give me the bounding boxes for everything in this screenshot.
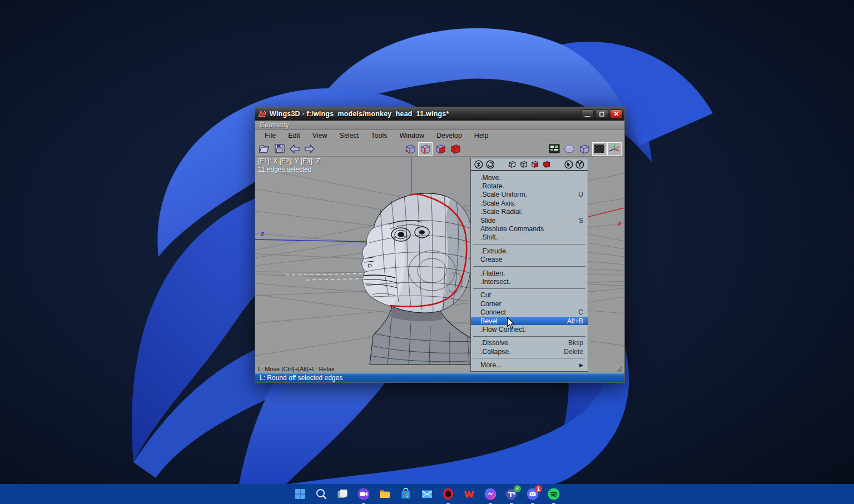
taskbar-file-explorer-icon[interactable] [378, 487, 391, 501]
taskbar-wps-office-icon[interactable] [463, 487, 476, 501]
taskbar-search-icon[interactable] [315, 487, 328, 501]
item-label: Corner [480, 300, 583, 308]
wireframe-preview-button[interactable] [577, 142, 592, 156]
vertex-mode-icon[interactable] [508, 160, 517, 168]
context-item-collapse[interactable]: .Collapse.Delete [471, 347, 588, 356]
taskbar-discord-icon[interactable]: 1 [526, 487, 539, 501]
context-item-flatten[interactable]: .Flatten. [471, 269, 588, 277]
item-shortcut: U [578, 191, 583, 198]
wings3d-window: Wings3D - f:/wings_models/monkey_head_11… [255, 107, 625, 383]
body-select-mode-button[interactable] [448, 142, 463, 156]
edge-select-mode-button[interactable] [418, 142, 433, 156]
back-arrow-button[interactable] [287, 142, 302, 156]
x-axis-label: x [617, 219, 622, 227]
menu-select[interactable]: Select [334, 130, 365, 141]
taskbar-video-chat-icon[interactable] [357, 487, 370, 501]
edge-context-menu: .Move..Rotate..Scale Uniform.U.Scale Axi… [470, 158, 588, 372]
taskbar-start-icon[interactable] [294, 487, 307, 501]
workspace-bar: Geometry [255, 121, 624, 130]
pointer-icon[interactable] [564, 160, 573, 169]
item-label: .Shift. [480, 233, 583, 241]
close-button[interactable]: ✕ [610, 109, 623, 119]
menu-separator [473, 288, 585, 289]
menu-tools[interactable]: Tools [365, 130, 393, 141]
menu-develop[interactable]: Develop [430, 130, 468, 141]
tools-icon[interactable] [575, 160, 584, 169]
forward-arrow-button[interactable] [302, 142, 317, 156]
context-item-slide[interactable]: SlideS [471, 216, 588, 224]
resize-grip-icon[interactable] [617, 366, 623, 372]
context-item-cut[interactable]: Cut [471, 291, 588, 300]
menu-help[interactable]: Help [468, 130, 495, 141]
wings3d-logo-icon [258, 110, 267, 118]
menu-separator [473, 266, 585, 267]
context-item-scale-radial[interactable]: .Scale Radial. [471, 208, 588, 216]
context-item-more[interactable]: More...▶ [471, 361, 588, 369]
context-item-rotate[interactable]: .Rotate. [471, 182, 588, 190]
context-menu-items: .Move..Rotate..Scale Uniform.U.Scale Axi… [471, 171, 588, 371]
history-icon[interactable] [486, 160, 495, 169]
item-label: .Intersect. [480, 278, 583, 286]
taskbar-spotify-icon[interactable] [547, 487, 560, 501]
menu-window[interactable]: Window [394, 130, 430, 141]
item-label: More... [480, 361, 579, 369]
menu-view[interactable]: View [306, 130, 334, 141]
info-bar-text: L: Round off selected edges [260, 374, 342, 382]
context-item-flow-connect[interactable]: .Flow Connect. [471, 325, 588, 333]
menu-bar: FileEditViewSelectToolsWindowDevelopHelp [255, 130, 624, 141]
smooth-preview-button[interactable] [562, 142, 577, 156]
item-label: Absolute Commands [480, 225, 583, 233]
context-item-crease[interactable]: Crease [471, 256, 588, 264]
context-item-bevel[interactable]: BevelAlt+B [471, 317, 588, 325]
window-titlebar[interactable]: Wings3D - f:/wings_models/monkey_head_11… [255, 107, 624, 121]
show-axes-button[interactable] [607, 142, 622, 156]
item-label: .Dissolve. [480, 339, 568, 347]
context-item-absolute-commands[interactable]: Absolute Commands [471, 224, 588, 233]
taskbar-messenger-icon[interactable] [484, 487, 497, 501]
menu-edit[interactable]: Edit [282, 130, 306, 141]
taskbar-task-view-icon[interactable] [336, 487, 349, 501]
view-dialogs-button[interactable] [547, 142, 562, 156]
taskbar-mail-icon[interactable] [420, 487, 434, 501]
status-available-badge: ✓ [514, 485, 521, 492]
context-item-move[interactable]: .Move. [471, 173, 588, 182]
context-item-connect[interactable]: ConnectC [471, 308, 588, 316]
menu-file[interactable]: File [259, 130, 282, 141]
item-shortcut: C [578, 308, 583, 316]
context-item-extrude[interactable]: .Extrude. [471, 247, 588, 255]
face-mode-icon[interactable] [530, 160, 539, 168]
context-item-intersect[interactable]: .Intersect. [471, 277, 588, 286]
item-label: .Flatten. [480, 270, 583, 277]
open-file-button[interactable] [257, 142, 272, 156]
item-label: .Flow Connect. [480, 326, 583, 333]
item-label: .Collapse. [480, 348, 564, 356]
context-item-dissolve[interactable]: .Dissolve.Bksp [471, 339, 588, 347]
view-options-group [547, 142, 622, 156]
context-item-scale-uniform[interactable]: .Scale Uniform.U [471, 191, 588, 199]
item-label: .Rotate. [480, 182, 583, 190]
context-item-shift[interactable]: .Shift. [471, 233, 588, 242]
status-text: L: Move [Ctrl]+[Alt]+L: Relax [258, 366, 335, 372]
maximize-button[interactable] [595, 109, 608, 119]
save-file-button[interactable] [272, 142, 287, 156]
workspace-label: Geometry [260, 121, 289, 129]
taskbar-microsoft-store-icon[interactable] [399, 487, 413, 501]
item-label: .Move. [480, 174, 583, 182]
taskbar-teams-icon[interactable]: ✓ [505, 487, 518, 501]
context-item-corner[interactable]: Corner [471, 300, 588, 308]
repeat-icon[interactable] [474, 160, 483, 169]
minimize-button[interactable]: — [581, 109, 594, 119]
window-title: Wings3D - f:/wings_models/monkey_head_11… [270, 110, 579, 118]
z-axis-label: z [260, 230, 264, 238]
taskbar-opera-icon[interactable] [441, 487, 455, 501]
face-select-mode-button[interactable] [433, 142, 448, 156]
vertex-select-mode-button[interactable] [403, 142, 418, 156]
taskbar: ✓1 [0, 484, 854, 504]
context-item-scale-axis[interactable]: .Scale Axis. [471, 199, 588, 207]
menu-separator [473, 244, 585, 244]
edge-mode-icon[interactable] [519, 160, 528, 168]
taskbar-icons: ✓1 [294, 487, 560, 501]
show-ground-plane-button[interactable] [592, 142, 607, 156]
item-shortcut: Alt+B [567, 317, 583, 325]
body-mode-icon[interactable] [542, 160, 551, 168]
